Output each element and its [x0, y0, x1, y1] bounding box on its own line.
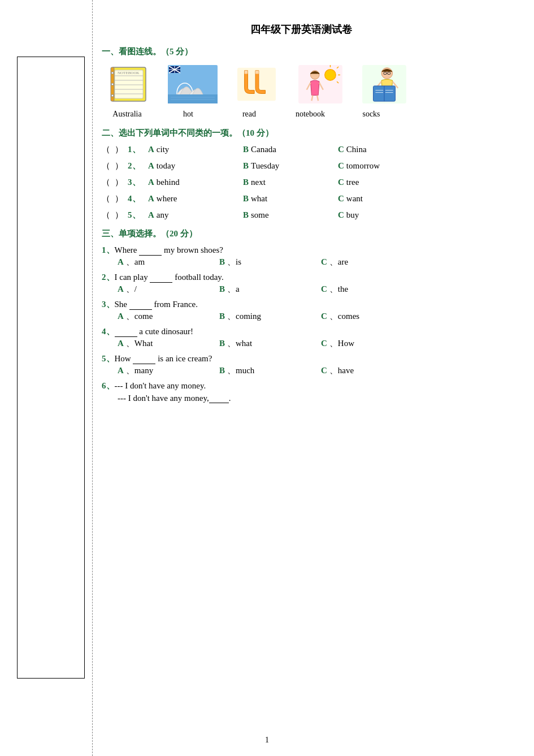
svg-rect-19	[168, 94, 218, 103]
s3-q4-optC: C、How	[321, 338, 423, 349]
s2-q1-optC: CChina	[338, 145, 428, 154]
paren-open-5: （	[102, 210, 110, 221]
s3-q1-num: 1、	[102, 245, 115, 254]
svg-rect-23	[244, 70, 248, 74]
images-row: NOTEBOOK	[102, 63, 500, 105]
s2-q4-optC: Cwant	[338, 194, 428, 204]
svg-text:NOTEBOOK: NOTEBOOK	[118, 71, 140, 75]
s3-q3-optA: A、come	[118, 311, 219, 322]
section2-q5-row: （ ） 5、 Aany Bsome Cbuy	[102, 210, 500, 221]
s3-q4-opts: A、What B、what C、How	[102, 338, 500, 349]
section2-q1-row: （ ） 1、 Acity BCanada CChina	[102, 144, 500, 155]
s3-q5-optA: A、many	[118, 365, 219, 376]
paren-close-1: ）	[115, 144, 123, 155]
section-3-title: 三、单项选择。（20 分）	[102, 228, 500, 239]
svg-point-26	[324, 69, 335, 80]
s2-q5-optA: Aany	[148, 210, 238, 220]
image-hot	[293, 63, 347, 105]
page: 四年级下册英语测试卷 一、看图连线。（5 分）	[0, 0, 534, 756]
s3-q1: 1、Where my brown shoes? A、am B、is C、are	[102, 245, 500, 267]
svg-rect-24	[255, 70, 259, 74]
q-num-5: 5、	[128, 210, 144, 221]
s3-q4-optB: B、what	[219, 338, 321, 349]
s3-q4-text: 4、 a cute dinosaur!	[102, 326, 500, 337]
s3-q4-optA: A、What	[118, 338, 219, 349]
s3-q2-optC: C、the	[321, 284, 423, 295]
s3-q6-num: 6、	[102, 381, 115, 390]
section2-q3: （ ） 3、 Abehind Bnext Ctree	[102, 177, 500, 188]
section2-q2-row: （ ） 2、 Atoday BTuesday Ctomorrow	[102, 161, 500, 171]
s3-q1-optB: B、is	[219, 257, 321, 267]
q-num-1: 1、	[128, 144, 144, 155]
section2-q4-row: （ ） 4、 Awhere Bwhat Cwant	[102, 193, 500, 204]
paren-close-5: ）	[115, 210, 123, 221]
s3-q2-optA: A、/	[118, 284, 219, 295]
paren-open-4: （	[102, 193, 110, 204]
image-socks	[229, 63, 283, 105]
s3-q6: 6、--- I don't have any money. --- I don'…	[102, 381, 500, 403]
s3-q5-optB: B、much	[219, 365, 321, 376]
s3-q2-opts: A、/ B、a C、the	[102, 284, 500, 295]
s3-q3-optC: C、comes	[321, 311, 423, 322]
s3-q2-blank	[150, 274, 172, 283]
s3-q6-text1: 6、--- I don't have any money.	[102, 381, 500, 391]
image-notebook: NOTEBOOK	[102, 63, 155, 105]
s2-q2-optA: Atoday	[148, 161, 238, 171]
s2-q4-optA: Awhere	[148, 194, 238, 204]
s2-q5-optB: Bsome	[243, 210, 333, 220]
label-australia: Australia	[102, 110, 153, 119]
s3-q5-blank	[133, 355, 155, 364]
s2-q3-optA: Abehind	[148, 178, 238, 187]
s3-q3-text: 3、She from France.	[102, 299, 500, 310]
section-1-title: 一、看图连线。（5 分）	[102, 46, 500, 57]
s3-q6-text2: --- I don't have any money,.	[102, 394, 500, 403]
label-socks: socks	[346, 110, 397, 119]
section2-q1: （ ） 1、 Acity BCanada CChina	[102, 144, 500, 155]
paren-open-2: （	[102, 161, 110, 171]
section2-q3-row: （ ） 3、 Abehind Bnext Ctree	[102, 177, 500, 188]
paren-close-2: ）	[115, 161, 123, 171]
section-2: 二、选出下列单词中不同类的一项。（10 分） （ ） 1、 Acity BCan…	[102, 128, 500, 221]
section-1: 一、看图连线。（5 分） NOTEBOOK	[102, 46, 500, 119]
s3-q1-optA: A、am	[118, 257, 219, 267]
s3-q4-num: 4、	[102, 327, 115, 336]
s3-q2-text: 2、I can play football today.	[102, 272, 500, 283]
s2-q4-optB: Bwhat	[243, 194, 333, 204]
s2-q1-optB: BCanada	[243, 145, 333, 154]
s3-q2: 2、I can play football today. A、/ B、a C、t…	[102, 272, 500, 295]
q-num-2: 2、	[128, 161, 144, 171]
s3-q6-blank	[209, 394, 229, 403]
s2-q3-optB: Bnext	[243, 178, 333, 187]
section-3: 三、单项选择。（20 分） 1、Where my brown shoes? A、…	[102, 228, 500, 403]
s3-q5-optC: C、have	[321, 365, 423, 376]
s3-q3: 3、She from France. A、come B、coming C、com…	[102, 299, 500, 322]
paren-close-4: ）	[115, 193, 123, 204]
label-read: read	[224, 110, 275, 119]
s3-q3-opts: A、come B、coming C、comes	[102, 311, 500, 322]
dashed-line	[92, 0, 93, 756]
s3-q1-text: 1、Where my brown shoes?	[102, 245, 500, 256]
s2-q3-optC: Ctree	[338, 178, 428, 187]
paren-open-1: （	[102, 144, 110, 155]
svg-point-9	[111, 83, 114, 85]
section2-q2: （ ） 2、 Atoday BTuesday Ctomorrow	[102, 161, 500, 171]
s3-q4-blank	[115, 328, 137, 337]
label-notebook: notebook	[285, 110, 336, 119]
s3-q2-num: 2、	[102, 273, 115, 282]
label-hot: hot	[163, 110, 214, 119]
s3-q2-optB: B、a	[219, 284, 321, 295]
s3-q5: 5、How is an ice cream? A、many B、much C、h…	[102, 353, 500, 376]
section2-q5: （ ） 5、 Aany Bsome Cbuy	[102, 210, 500, 221]
s3-q3-optB: B、coming	[219, 311, 321, 322]
s3-q1-opts: A、am B、is C、are	[102, 257, 500, 267]
section-2-title: 二、选出下列单词中不同类的一项。（10 分）	[102, 128, 500, 139]
section2-q4: （ ） 4、 Awhere Bwhat Cwant	[102, 193, 500, 204]
q-num-4: 4、	[128, 193, 144, 204]
s2-q5-optC: Cbuy	[338, 210, 428, 220]
image-australia	[166, 63, 219, 105]
s3-q1-blank	[139, 247, 162, 256]
s3-q3-num: 3、	[102, 300, 115, 309]
paren-close-3: ）	[115, 177, 123, 188]
page-number: 1	[265, 736, 269, 745]
sidebar-box	[17, 57, 85, 679]
